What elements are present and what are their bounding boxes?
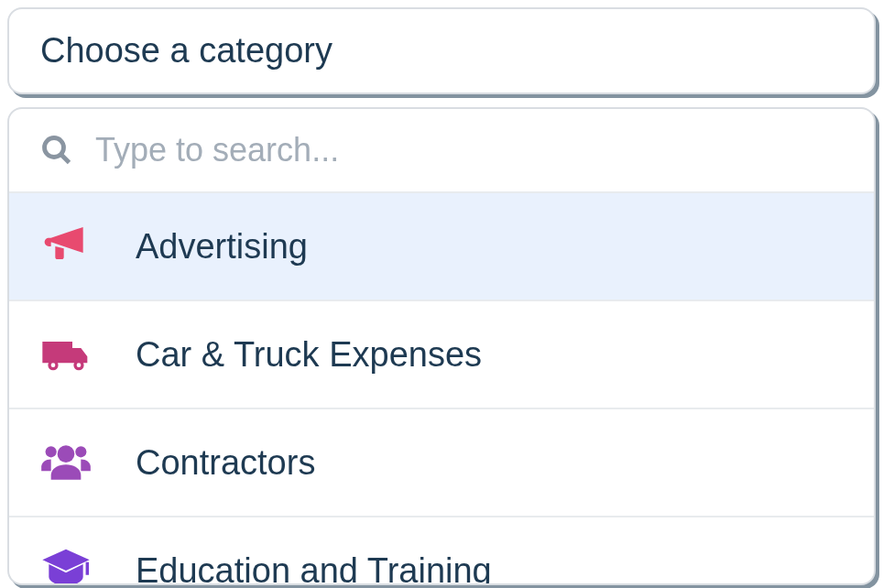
category-dropdown: Advertising Car & Truck Expenses bbox=[7, 107, 876, 585]
svg-point-8 bbox=[75, 446, 86, 457]
selector-title: Choose a category bbox=[40, 31, 332, 70]
truck-icon bbox=[40, 329, 92, 380]
category-item-contractors[interactable]: Contractors bbox=[9, 409, 874, 517]
category-item-education[interactable]: Education and Training bbox=[9, 517, 874, 585]
category-label: Advertising bbox=[136, 227, 308, 267]
category-label: Car & Truck Expenses bbox=[136, 335, 482, 375]
category-item-car-truck[interactable]: Car & Truck Expenses bbox=[9, 301, 874, 409]
category-label: Contractors bbox=[136, 443, 315, 483]
megaphone-icon bbox=[40, 221, 92, 272]
category-list: Advertising Car & Truck Expenses bbox=[9, 193, 874, 585]
svg-point-0 bbox=[45, 138, 64, 158]
svg-line-1 bbox=[61, 155, 70, 163]
search-icon bbox=[40, 134, 73, 167]
category-label: Education and Training bbox=[136, 551, 492, 586]
svg-point-5 bbox=[77, 363, 82, 367]
category-selector-trigger[interactable]: Choose a category bbox=[7, 7, 876, 94]
people-icon bbox=[40, 437, 92, 488]
svg-point-7 bbox=[46, 446, 57, 457]
svg-point-6 bbox=[58, 445, 75, 463]
svg-point-3 bbox=[51, 363, 56, 367]
search-input[interactable] bbox=[95, 131, 843, 169]
category-item-advertising[interactable]: Advertising bbox=[9, 193, 874, 301]
search-row bbox=[9, 109, 874, 193]
graduation-cap-icon bbox=[40, 545, 92, 585]
